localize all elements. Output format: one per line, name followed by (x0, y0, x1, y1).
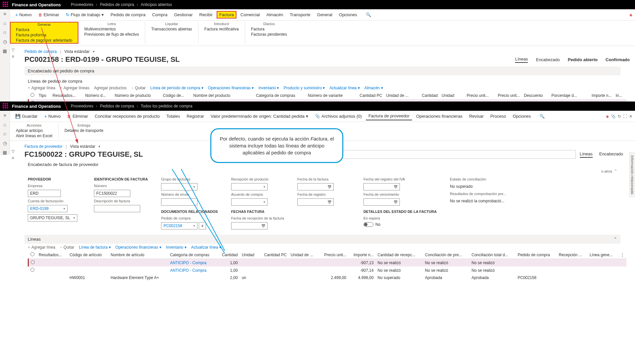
linfact-drop[interactable]: Línea de factura ▾ (79, 245, 111, 250)
f-nombre[interactable]: GRUPO TEGUISE, SL (28, 214, 77, 222)
f-acuerdo[interactable] (231, 198, 268, 206)
inv-drop-2[interactable]: Inventario ▾ (166, 245, 187, 250)
workflow-button[interactable]: ↻Flujo de trabajo ▾ (63, 11, 107, 19)
f-numero[interactable]: FC1500022 (94, 190, 130, 197)
opfin-drop[interactable]: Operaciones financieras ▾ (208, 86, 254, 90)
tab-proceso[interactable]: Proceso (487, 112, 509, 120)
app-launcher-icon[interactable] (3, 2, 9, 8)
sect-encabezado-1[interactable]: Encabezado del pedido de compra (24, 66, 620, 75)
f-cuenta[interactable]: ERD-0199 (28, 205, 67, 212)
f-recep[interactable] (231, 183, 268, 190)
select-all-radio-2[interactable] (30, 252, 34, 256)
c2-ude[interactable]: Unidad de ... (289, 251, 319, 259)
generar-factura[interactable]: Factura (16, 27, 72, 32)
tab-opciones-2[interactable]: Opciones (510, 112, 533, 120)
crumb-1[interactable]: Pedidos de compra (100, 2, 134, 7)
tab-comercial[interactable]: Comercial (238, 11, 263, 19)
conciliar-button[interactable]: Conciliar recepciones de producto (92, 112, 162, 120)
c2-amt[interactable]: Importe n... (348, 251, 376, 259)
crumb2-0[interactable]: Proveedores (71, 104, 93, 108)
opfin-drop-2[interactable]: Operaciones financieras ▾ (115, 245, 161, 250)
module-icon[interactable]: ▦ (3, 48, 7, 54)
tab-factura[interactable]: Factura (217, 11, 236, 19)
col-tipo[interactable]: Tipo (37, 92, 51, 100)
c2-price[interactable]: Precio unit... (319, 251, 348, 259)
col-pct[interactable]: Porcentaje d... (549, 92, 585, 100)
pin-icon[interactable]: ◈ (629, 13, 632, 17)
diarios-factura[interactable]: Factura (251, 26, 287, 32)
close-icon[interactable]: ✕ (629, 114, 632, 119)
popout-icon[interactable]: ⛶ (623, 114, 627, 119)
diarios-pend[interactable]: Facturas pendientes (251, 32, 287, 37)
col-qty[interactable]: Cantidad (416, 92, 440, 100)
tab-general[interactable]: General (315, 11, 335, 19)
c2-name[interactable]: Nombre de artículo (108, 251, 168, 259)
col-var[interactable]: Número de variante (306, 92, 353, 100)
filter-icon-1[interactable]: ▽ (10, 48, 16, 52)
tab-almacen[interactable]: Almacén (264, 11, 286, 19)
breadcrumb-2[interactable]: Proveedores› Pedidos de compra› Todos lo… (71, 104, 192, 108)
letra-prev[interactable]: Previsiones de flujo de efectivo (84, 32, 139, 37)
c2-po[interactable]: Pedido de compra (516, 251, 557, 259)
valor-button[interactable]: Valor predeterminado de origen: Cantidad… (208, 112, 311, 120)
col-qtypc[interactable]: Cantidad PC (352, 92, 384, 100)
col-price[interactable]: Precio unit... (459, 92, 490, 100)
col-desc[interactable]: Descuento (522, 92, 549, 100)
generar-adelantado[interactable]: Factura de pago por adelantado (16, 38, 72, 43)
col-price2[interactable]: Precio unit... (491, 92, 522, 100)
col-numprod[interactable]: Número de producto (113, 92, 161, 100)
related-info-panel[interactable]: Información relacionada (629, 152, 635, 197)
c2-recep[interactable]: Recepción ... (557, 251, 587, 259)
detalles-transporte[interactable]: Detalles de transporte (64, 128, 103, 133)
col-amt[interactable]: Importe n... (585, 92, 614, 100)
view-std-1[interactable]: Vista estándar (64, 49, 90, 54)
f-freg[interactable] (297, 198, 334, 206)
delete-button-2[interactable]: 🗑Eliminar (64, 112, 91, 120)
attach-right-icon[interactable]: 📎 (611, 114, 616, 119)
tab-compra[interactable]: Compra (149, 11, 170, 19)
crumb2-1[interactable]: Pedidos de compra (100, 104, 134, 108)
view-link-1[interactable]: Pedido de compra (24, 49, 57, 54)
add-po-button[interactable]: + (199, 222, 206, 229)
add-lines[interactable]: Agregar líneas (60, 86, 89, 90)
filter-icon-2[interactable]: ▽ (10, 149, 16, 154)
home-icon-2[interactable]: ⌂ (3, 122, 6, 127)
clock-icon-2[interactable]: ◷ (3, 141, 7, 146)
table-row[interactable]: ANTICIPO - Compra 1,00 -907,14 No se rea… (28, 266, 627, 274)
c2-unit[interactable]: Unidad (240, 251, 259, 259)
rm-invline[interactable]: Quitar (60, 245, 74, 250)
c2-qtypc[interactable]: Cantidad PC (259, 251, 289, 259)
attach-button[interactable]: 📎Archivos adjuntos (0) (312, 112, 364, 120)
app-launcher-icon-2[interactable] (3, 103, 9, 109)
toggle-espera[interactable]: No (363, 222, 437, 227)
tab-enc-2[interactable]: Encabezado (599, 151, 623, 158)
add-invline[interactable]: Agregar línea (28, 245, 55, 250)
module-icon-2[interactable]: ▦ (3, 150, 7, 155)
tab-pedido[interactable]: Pedido de compra (108, 11, 148, 19)
tab-transporte[interactable]: Transporte (287, 11, 313, 19)
tab-enc-1[interactable]: Encabezado (536, 57, 560, 62)
c2-crecep[interactable]: Cantidad de recepc... (376, 251, 423, 259)
lines-section-bar[interactable]: Líneas ⌃ (24, 235, 620, 244)
generar-proforma[interactable]: Factura proforma (16, 32, 72, 38)
abrir-excel[interactable]: Abrir líneas en Excel (16, 133, 52, 139)
clock-icon[interactable]: ◷ (3, 39, 7, 44)
c2-qty[interactable]: Cantidad (217, 251, 240, 259)
chevron-up-icon[interactable]: ⌃ (614, 169, 617, 173)
col-cat[interactable]: Categoría de compras (254, 92, 306, 100)
star-icon[interactable]: ☆ (3, 30, 7, 35)
row-radio-2[interactable] (31, 260, 35, 264)
star-icon-2[interactable]: ☆ (3, 131, 7, 137)
upd-drop[interactable]: Actualizar línea ▾ (329, 86, 360, 90)
delete-button[interactable]: 🗑Eliminar (36, 11, 62, 19)
inv-drop[interactable]: Inventario ▾ (258, 86, 279, 90)
view-link-2[interactable]: Factura de proveedor (24, 144, 63, 149)
pin-icon-2[interactable]: ◈ (606, 114, 609, 119)
tab-recibir[interactable]: Recibir (197, 11, 215, 19)
upd-drop-2[interactable]: Actualizar línea ▾ (191, 245, 221, 250)
letra-multi[interactable]: Multivencimientos (84, 26, 139, 32)
col-numd[interactable]: Número d... (83, 92, 113, 100)
c2-res[interactable]: Resultados... (37, 251, 67, 259)
remove-line[interactable]: Quitar (131, 86, 146, 90)
tab-gestionar[interactable]: Gestionar (171, 11, 195, 19)
